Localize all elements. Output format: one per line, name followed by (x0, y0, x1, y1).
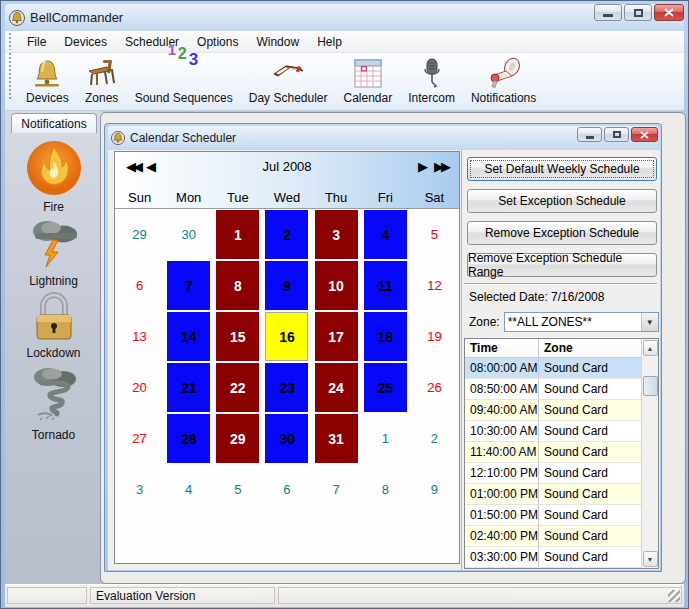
calendar-day-cell[interactable]: 5 (213, 464, 262, 515)
child-minimize-button[interactable] (577, 127, 602, 142)
calendar-day-cell[interactable]: 27 (115, 413, 164, 464)
sidebar-item-lockdown[interactable]: Lockdown (5, 291, 102, 360)
schedule-table: Time Zone 08:00:00 AMSound Card08:50:00 … (464, 338, 659, 569)
schedule-row[interactable]: 02:40:00 PMSound Card (465, 526, 641, 547)
sidebar-item-fire[interactable]: Fire (5, 139, 102, 214)
set-exception-schedule-button[interactable]: Set Exception Schedule (467, 189, 657, 213)
calendar-day-cell[interactable]: 17 (312, 311, 361, 362)
calendar-day-cell[interactable]: 11 (361, 260, 410, 311)
schedule-row[interactable]: 12:10:00 PMSound Card (465, 463, 641, 484)
sidebar-item-label: Lockdown (26, 346, 80, 360)
scrollbar-thumb[interactable] (643, 376, 658, 396)
calendar-day-cell[interactable]: 6 (115, 260, 164, 311)
calendar-day-cell[interactable]: 20 (115, 362, 164, 413)
day-number: 20 (118, 363, 161, 412)
toolbar-sound-sequences-button[interactable]: 1 2 3 Sound Sequences (127, 53, 241, 110)
calendar-day-cell[interactable]: 7 (312, 464, 361, 515)
toolbar-label: Zones (85, 91, 118, 105)
sidebar-item-lightning[interactable]: Lightning (5, 213, 102, 288)
calendar-day-cell[interactable]: 30 (164, 209, 213, 260)
calendar-day-cell[interactable]: 2 (262, 209, 311, 260)
scroll-down-icon[interactable]: ▼ (643, 551, 658, 567)
calendar-day-cell[interactable]: 3 (312, 209, 361, 260)
calendar-day-cell[interactable]: 9 (410, 464, 459, 515)
set-default-weekly-schedule-button[interactable]: Set Default Weekly Schedule (467, 157, 657, 181)
calendar-day-cell[interactable]: 6 (262, 464, 311, 515)
calendar-day-cell[interactable]: 4 (361, 209, 410, 260)
calendar-day-cell[interactable]: 21 (164, 362, 213, 413)
sidebar-item-tornado[interactable]: Tornado (5, 363, 102, 442)
schedule-row[interactable]: 10:30:00 AMSound Card (465, 421, 641, 442)
menu-window[interactable]: Window (247, 32, 308, 52)
resize-grip[interactable] (668, 590, 680, 602)
child-maximize-button[interactable] (604, 127, 629, 142)
schedule-row[interactable]: 03:30:00 PMSound Card (465, 547, 641, 568)
calendar-day-cell[interactable]: 10 (312, 260, 361, 311)
calendar-day-cell[interactable]: 29 (115, 209, 164, 260)
schedule-row[interactable]: 09:40:00 AMSound Card (465, 400, 641, 421)
calendar-day-cell[interactable]: 1 (213, 209, 262, 260)
calendar-day-cell[interactable]: 31 (312, 413, 361, 464)
close-button[interactable] (654, 4, 684, 21)
menu-file[interactable]: File (18, 32, 55, 52)
minimize-button[interactable] (594, 4, 622, 21)
calendar-day-cell[interactable]: 30 (262, 413, 311, 464)
calendar-day-cell[interactable]: 23 (262, 362, 311, 413)
toolbar-zones-button[interactable]: Zones (77, 53, 127, 110)
calendar-day-cell[interactable]: 2 (410, 413, 459, 464)
maximize-button[interactable] (624, 4, 652, 21)
schedule-time: 09:40:00 AM (465, 400, 539, 420)
close-icon (640, 131, 649, 139)
app-bell-icon (111, 131, 125, 145)
chevron-down-icon[interactable]: ▼ (641, 313, 658, 331)
table-scrollbar[interactable]: ▲ ▼ (641, 339, 658, 568)
prev-month-button[interactable]: ◀ (143, 159, 159, 174)
toolbar-day-scheduler-button[interactable]: Day Scheduler (241, 53, 336, 110)
calendar-day-cell[interactable]: 1 (361, 413, 410, 464)
scroll-up-icon[interactable]: ▲ (643, 340, 658, 356)
calendar-day-cell[interactable]: 3 (115, 464, 164, 515)
toolbar-calendar-button[interactable]: Calendar (336, 53, 401, 110)
calendar-day-cell[interactable]: 16 (262, 311, 311, 362)
calendar-day-cell[interactable]: 5 (410, 209, 459, 260)
next-month-button[interactable]: ▶ (415, 159, 431, 174)
next-year-button[interactable]: ▶▶ (431, 159, 451, 174)
calendar-day-cell[interactable]: 22 (213, 362, 262, 413)
calendar-day-cell[interactable]: 29 (213, 413, 262, 464)
calendar-day-cell[interactable]: 15 (213, 311, 262, 362)
toolbar-label: Intercom (408, 91, 455, 105)
schedule-row[interactable]: 01:50:00 PMSound Card (465, 505, 641, 526)
menu-devices[interactable]: Devices (55, 32, 116, 52)
calendar-day-cell[interactable]: 14 (164, 311, 213, 362)
prev-year-button[interactable]: ◀◀ (123, 159, 143, 174)
calendar-day-cell[interactable]: 12 (410, 260, 459, 311)
calendar-day-cell[interactable]: 24 (312, 362, 361, 413)
toolbar-devices-button[interactable]: Devices (18, 53, 77, 110)
remove-exception-schedule-range-button[interactable]: Remove Exception Schedule Range (467, 253, 657, 277)
toolbar-intercom-button[interactable]: Intercom (400, 53, 463, 110)
calendar-day-cell[interactable]: 26 (410, 362, 459, 413)
calendar-day-cell[interactable]: 13 (115, 311, 164, 362)
calendar-day-cell[interactable]: 4 (164, 464, 213, 515)
schedule-row[interactable]: 08:00:00 AMSound Card (465, 358, 641, 379)
menu-options[interactable]: Options (188, 32, 247, 52)
schedule-row[interactable]: 08:50:00 AMSound Card (465, 379, 641, 400)
child-close-button[interactable] (631, 127, 658, 142)
calendar-day-cell[interactable]: 18 (361, 311, 410, 362)
calendar-day-cell[interactable]: 7 (164, 260, 213, 311)
calendar-day-cell[interactable]: 9 (262, 260, 311, 311)
tab-notifications[interactable]: Notifications (11, 113, 97, 133)
calendar-day-cell[interactable]: 8 (361, 464, 410, 515)
calendar-day-cell[interactable]: 19 (410, 311, 459, 362)
remove-exception-schedule-button[interactable]: Remove Exception Schedule (467, 221, 657, 245)
scrollbar-track[interactable] (642, 357, 658, 550)
calendar-day-cell[interactable]: 28 (164, 413, 213, 464)
toolbar-notifications-button[interactable]: Notifications (463, 53, 544, 110)
zone-dropdown[interactable]: **ALL ZONES** ▼ (504, 312, 659, 332)
calendar-day-cell[interactable]: 25 (361, 362, 410, 413)
schedule-row[interactable]: 01:00:00 PMSound Card (465, 484, 641, 505)
day-number: 4 (167, 465, 210, 514)
calendar-day-cell[interactable]: 8 (213, 260, 262, 311)
menu-help[interactable]: Help (308, 32, 351, 52)
schedule-row[interactable]: 11:40:00 AMSound Card (465, 442, 641, 463)
